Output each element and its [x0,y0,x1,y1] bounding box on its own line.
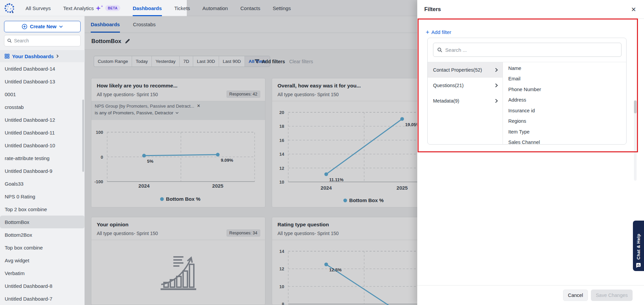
sidebar-search-input[interactable] [14,38,77,43]
sidebar-item-dashboard[interactable]: 0001 [0,88,85,101]
filter-field-list: Name Email Phone Number Address Insuranc… [508,63,619,148]
beta-badge: BETA [105,5,120,11]
nav-text-analytics[interactable]: Text Analytics BETA [63,0,120,16]
filter-search-input[interactable] [445,47,617,53]
search-icon [437,47,442,52]
modal-dim-overlay[interactable] [85,16,417,305]
app-logo-icon[interactable] [3,2,15,14]
category-questions[interactable]: Questions(21) [428,78,503,93]
filter-field-insurance-id[interactable]: Insurance id [508,105,619,116]
chat-report-icon [636,263,641,268]
dashboards-sidebar: Create New Your Dashboards Untitled Dash… [0,16,85,305]
sparkles-icon [96,6,103,11]
nav-all-surveys[interactable]: All Surveys [26,0,51,16]
sidebar-item-dashboard-selected[interactable]: BottomBox [0,216,85,228]
filter-field-sales-channel[interactable]: Sales Channel [508,137,619,148]
chat-help-tab[interactable]: Chat & Help [633,221,644,271]
sidebar-item-dashboard[interactable]: crosstab [0,101,85,113]
filters-panel-footer: Cancel Save Changes [417,285,644,305]
close-icon[interactable]: × [631,5,636,13]
grid-icon [5,54,9,59]
filters-panel: Filters × + Add filter Contact Propertie… [417,0,644,305]
sidebar-item-dashboard[interactable]: Top 2 box combine [0,203,85,216]
list-scrollbar-thumb[interactable] [634,101,637,113]
filter-field-phone-number[interactable]: Phone Number [508,84,619,95]
chevron-down-icon [59,26,63,28]
chevron-right-icon [56,54,59,58]
filter-field-item-type[interactable]: Item Type [508,126,619,137]
modal-dim-overlay [187,0,417,16]
filter-categories: Contact Properties(52) Questions(21) Met… [428,62,503,145]
sidebar-item-dashboard[interactable]: Untitled Dashboard-14 [0,62,85,75]
dashboard-list: Untitled Dashboard-14 Untitled Dashboard… [0,62,85,305]
sidebar-item-dashboard[interactable]: Untitled Dashboard-12 [0,113,85,126]
sidebar-search[interactable] [4,35,81,46]
sidebar-item-dashboard[interactable]: Untitled Dashboard-7 [0,292,85,305]
sidebar-item-dashboard[interactable]: Untitled Dashboard-8 [0,279,85,292]
sidebar-section-your-dashboards[interactable]: Your Dashboards [0,50,85,62]
filters-title: Filters [424,6,441,12]
sidebar-item-dashboard[interactable]: NPS 0 Rating [0,190,85,203]
sidebar-item-dashboard[interactable]: Untitled Dashboard-10 [0,139,85,152]
sidebar-item-dashboard[interactable]: Avg widget [0,254,85,267]
chevron-right-icon [495,99,498,103]
sidebar-item-dashboard[interactable]: Untitled Dashboard-9 [0,164,85,177]
sidebar-item-dashboard[interactable]: Top box combine [0,241,85,254]
plus-circle-icon [22,24,27,29]
sidebar-scrollbar[interactable] [82,100,84,172]
filter-field-name[interactable]: Name [508,63,619,74]
sidebar-item-dashboard[interactable]: Verbatim [0,267,85,279]
filters-panel-header: Filters × [417,0,644,19]
search-icon [7,38,12,43]
chat-help-label: Chat & Help [636,234,641,260]
plus-icon: + [426,29,429,35]
save-changes-button[interactable]: Save Changes [591,290,633,301]
category-metadata[interactable]: Metadata(9) [428,93,503,109]
filter-field-address[interactable]: Address [508,95,619,106]
cancel-button[interactable]: Cancel [563,290,588,301]
create-new-button[interactable]: Create New [4,21,81,32]
filter-picker: Contact Properties(52) Questions(21) Met… [427,38,627,145]
sidebar-item-dashboard[interactable]: rate-attribute testing [0,152,85,164]
filter-field-email[interactable]: Email [508,74,619,84]
chevron-right-icon [495,68,498,72]
filter-field-regions[interactable]: Regions [508,116,619,127]
chevron-right-icon [495,83,498,87]
add-filter-link[interactable]: + Add filter [426,29,451,35]
sidebar-item-dashboard[interactable]: Bottom2Box [0,228,85,241]
category-contact-properties[interactable]: Contact Properties(52) [428,62,503,78]
sidebar-item-dashboard[interactable]: Untitled Dashboard-11 [0,126,85,139]
filter-search[interactable] [433,43,621,57]
sidebar-item-dashboard[interactable]: Untitled Dashboard-13 [0,75,85,88]
nav-dashboards[interactable]: Dashboards [133,0,162,16]
sidebar-item-dashboard[interactable]: Goals33 [0,177,85,190]
